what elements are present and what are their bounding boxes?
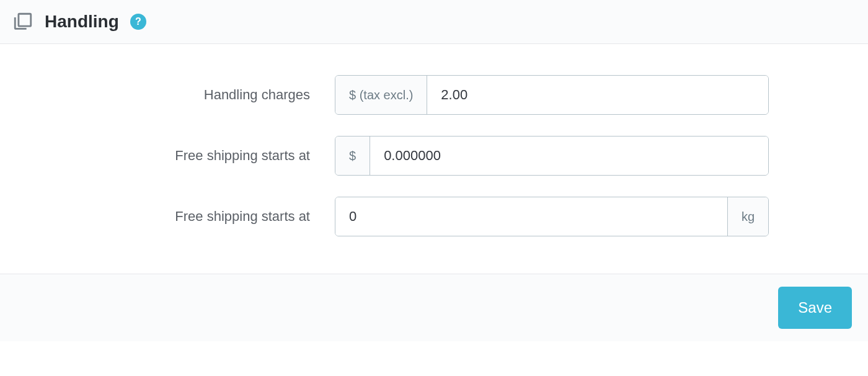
row-free-shipping-weight: Free shipping starts at kg	[37, 197, 831, 236]
suffix-free-shipping-weight: kg	[727, 197, 768, 236]
input-group-handling-charges: $ (tax excl.)	[335, 75, 769, 115]
handling-charges-input[interactable]	[427, 76, 768, 114]
label-free-shipping-price: Free shipping starts at	[37, 148, 335, 164]
free-shipping-price-input[interactable]	[370, 137, 768, 175]
panel-footer: Save	[0, 274, 868, 341]
help-icon[interactable]: ?	[130, 14, 146, 30]
save-button[interactable]: Save	[778, 287, 852, 329]
label-free-shipping-weight: Free shipping starts at	[37, 208, 335, 225]
row-free-shipping-price: Free shipping starts at $	[37, 136, 831, 176]
svg-rect-0	[19, 14, 31, 26]
row-handling-charges: Handling charges $ (tax excl.)	[37, 75, 831, 115]
prefix-handling-charges: $ (tax excl.)	[335, 76, 427, 114]
input-group-free-shipping-weight: kg	[335, 197, 769, 236]
panel-title: Handling	[45, 12, 119, 32]
panel-body: Handling charges $ (tax excl.) Free ship…	[0, 44, 868, 274]
input-group-free-shipping-price: $	[335, 136, 769, 176]
handling-panel: Handling ? Handling charges $ (tax excl.…	[0, 0, 868, 341]
panel-header: Handling ?	[0, 0, 868, 44]
panel-icon	[12, 11, 33, 32]
label-handling-charges: Handling charges	[37, 87, 335, 103]
prefix-free-shipping-price: $	[335, 137, 370, 175]
free-shipping-weight-input[interactable]	[335, 197, 727, 236]
